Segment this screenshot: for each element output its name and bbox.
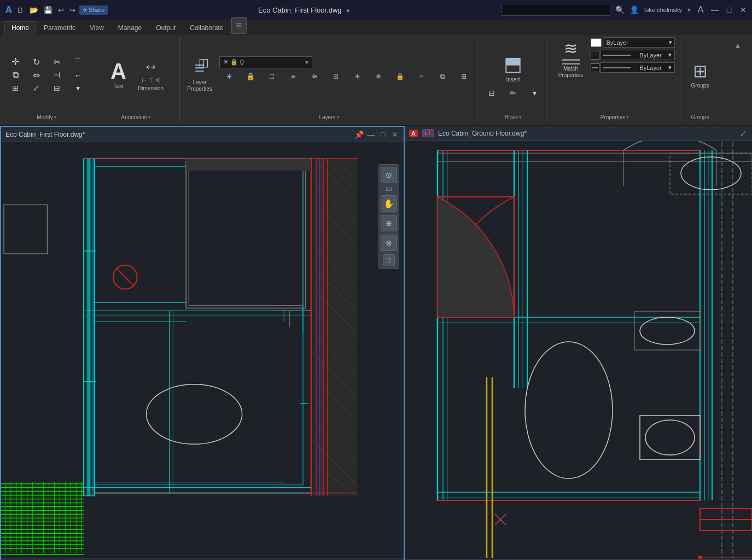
lineweight-preview	[603, 67, 631, 68]
layer-properties-button[interactable]: ≡ ◫ Layer Properties	[184, 56, 215, 94]
layers-group-label: Layers ▾	[317, 113, 341, 122]
properties-group-content: ≋ Match Properties ByLayer ▾	[555, 37, 675, 113]
pan-btn[interactable]: ✋	[381, 195, 397, 212]
linetype-value: ByLayer	[639, 52, 661, 59]
layer-props-label: Layer Properties	[187, 79, 212, 92]
left-minimize-btn[interactable]: —	[366, 130, 375, 139]
drawing-area: Eco Cabin_First Floor.dwg* 📌 — □ ✕	[0, 126, 752, 560]
iso-layer-btn[interactable]: ⊞	[326, 71, 346, 83]
orbit-btn[interactable]: ⊗	[381, 235, 397, 251]
add-tab-button[interactable]: ≡	[231, 17, 247, 34]
ribbon-collapse-btn[interactable]: ▲	[728, 39, 748, 51]
username: luke.cholmsky	[644, 7, 682, 13]
help-icon[interactable]: A	[696, 5, 705, 14]
right-canvas[interactable]	[405, 141, 752, 559]
insert-btn-label: Insert	[506, 77, 520, 83]
layer-walk-btn[interactable]: ≡	[411, 71, 431, 83]
properties-dropdown-arrow[interactable]: ▾	[626, 115, 628, 120]
copy-btn[interactable]: ⧉	[5, 69, 25, 81]
right-expand-btn[interactable]: ⤢	[739, 129, 748, 138]
layers-label: Layers	[319, 114, 335, 120]
edit-block-btn[interactable]: ✏	[503, 87, 523, 99]
tab-home[interactable]: Home	[4, 21, 36, 35]
left-maximize-btn[interactable]: □	[378, 130, 387, 139]
groups-group-label: Groups	[689, 113, 712, 122]
modify-group: ✛ ↻ ✂ ⌒ ⧉ ⇔ ⊣ ⌐ ⊞ ⤢ ⊟ ▾	[2, 37, 91, 122]
search-icon[interactable]: 🔍	[616, 5, 625, 14]
file-title: Eco Cabin_First Floor.dwg ▸	[112, 6, 497, 14]
titlebar-right: 🔍 👤 luke.cholmsky ▾ A — □ ✕	[501, 4, 748, 16]
new-button[interactable]: 🗋	[15, 5, 26, 15]
left-cad-background[interactable]: ⊙ 2D ✋ ⊕ ⊗ ⊡	[1, 142, 404, 556]
match-layer-btn[interactable]: ≋	[305, 71, 324, 83]
trim-btn[interactable]: ✂	[47, 56, 67, 68]
dimension-btn-label: Dimension	[138, 85, 164, 92]
lineweight-selector[interactable]: ByLayer ▾	[601, 62, 675, 73]
save-button[interactable]: 💾	[42, 5, 54, 15]
mirror-btn[interactable]: ⇔	[26, 69, 46, 81]
layer-dropdown[interactable]: ☀ 🔒 0 ▾	[219, 56, 312, 68]
search-input[interactable]	[501, 4, 610, 16]
create-block-btn[interactable]: ⊟	[482, 87, 502, 99]
user-icon[interactable]: 👤	[630, 5, 639, 14]
stretch-btn[interactable]: ⊞	[5, 82, 25, 94]
modify-label: Modify	[37, 114, 53, 120]
tab-output[interactable]: Output	[149, 22, 182, 35]
nav-expand-btn[interactable]: ⊡	[383, 254, 395, 266]
more-modify-btn[interactable]: ▾	[68, 82, 88, 94]
fillet-btn[interactable]: ⌒	[68, 56, 88, 68]
copy-objs-btn[interactable]: ⧉	[433, 71, 452, 83]
tab-collaborate[interactable]: Collaborate	[183, 22, 230, 35]
annotation-label: Annotation	[121, 114, 148, 120]
close-window[interactable]: ✕	[739, 5, 748, 14]
move-btn[interactable]: ✛	[5, 56, 25, 68]
maximize-window[interactable]: □	[725, 5, 733, 14]
extend-btn[interactable]: ⊣	[47, 69, 67, 81]
user-dropdown[interactable]: ▾	[687, 6, 691, 14]
match-properties-button[interactable]: ≋ Match Properties	[555, 37, 587, 80]
insert-button[interactable]: ⬒ Insert	[495, 51, 531, 85]
layers-dropdown-arrow[interactable]: ▾	[337, 115, 339, 120]
text-button[interactable]: A Text	[105, 59, 132, 91]
layer-more-btn[interactable]: ⊞	[454, 71, 474, 83]
left-close-btn[interactable]: ✕	[390, 130, 399, 139]
svg-rect-4	[87, 159, 90, 496]
lock-other-btn[interactable]: 🔒	[390, 71, 410, 83]
linetype-row: ByLayer ▾	[591, 50, 675, 60]
linetype-selector[interactable]: ByLayer ▾	[601, 50, 675, 60]
chamfer-btn[interactable]: ⌐	[68, 69, 88, 81]
block-more-btn[interactable]: ▾	[524, 87, 544, 99]
array-btn[interactable]: ⊟	[47, 82, 67, 94]
minimize-window[interactable]: —	[710, 5, 719, 14]
make-layer-btn[interactable]: ≡	[283, 71, 303, 83]
annotation-dropdown-arrow[interactable]: ▾	[148, 115, 150, 120]
title-bar: A 🗋 📂 💾 ↩ ↪ ✈ Share Eco Cabin_First Floo…	[0, 0, 752, 20]
freeze-layer-btn[interactable]: ☀	[219, 71, 239, 83]
rotate-btn[interactable]: ↻	[26, 56, 46, 68]
lock-layer-btn[interactable]: 🔒	[241, 71, 260, 83]
tab-view[interactable]: View	[83, 22, 110, 35]
annotation-group-label: Annotation ▾	[119, 113, 153, 122]
tab-manage[interactable]: Manage	[112, 22, 148, 35]
redo-button[interactable]: ↪	[68, 5, 77, 15]
color-layer-btn[interactable]: □	[262, 71, 282, 83]
zoom-btn[interactable]: ⊕	[381, 215, 397, 231]
zoom-2d-btn[interactable]: ⊙	[381, 167, 397, 183]
color-selector[interactable]: ByLayer ▾	[604, 37, 675, 48]
modify-dropdown-arrow[interactable]: ▾	[54, 115, 56, 120]
share-dropdown[interactable]: ✈ Share	[79, 5, 108, 15]
turn-off-layer-btn[interactable]: ☀	[347, 71, 367, 83]
tab-parametric[interactable]: Parametric	[37, 22, 82, 35]
dimension-button[interactable]: ↔ ⊢ ⊤ ∢ Dimension	[135, 56, 167, 94]
undo-button[interactable]: ↩	[56, 5, 66, 15]
ribbon-collapse-area: ▲	[726, 37, 750, 54]
modify-group-label: Modify ▾	[34, 113, 58, 122]
match-props-label: Match Properties	[558, 66, 584, 79]
left-pin-btn[interactable]: 📌	[354, 130, 363, 139]
scale-btn[interactable]: ⤢	[26, 82, 46, 94]
block-dropdown-arrow[interactable]: ▾	[519, 115, 521, 120]
left-canvas: ⊙ 2D ✋ ⊕ ⊗ ⊡	[1, 142, 404, 556]
freeze-other-btn[interactable]: ❄	[369, 71, 388, 83]
group-button[interactable]: ⊞ Groups	[685, 59, 715, 91]
open-button[interactable]: 📂	[28, 5, 40, 15]
